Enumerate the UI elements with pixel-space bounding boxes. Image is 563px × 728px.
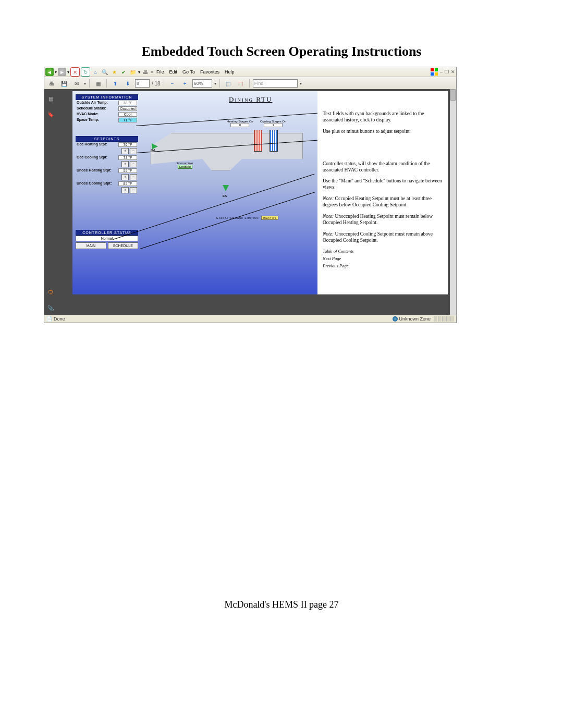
document-title: Embedded Touch Screen Operating Instruct… xyxy=(0,44,563,59)
history-icon[interactable]: ✔ xyxy=(119,68,128,76)
hvac-app: Dining RTU SYSTEM INFORMATION Outside Ai… xyxy=(72,91,317,294)
menu-goto[interactable]: Go To xyxy=(180,69,197,75)
pdf-find-input[interactable]: Find xyxy=(253,79,298,88)
pdf-scrollbar[interactable] xyxy=(450,89,456,315)
pdf-attach-icon[interactable]: 📎 xyxy=(46,304,55,312)
pdf-comments-icon[interactable]: 🗨 xyxy=(46,288,55,297)
pdf-thumbnails-icon[interactable]: ▤ xyxy=(46,94,55,103)
setpoint-label: Occ Heating Stpt: xyxy=(77,142,107,147)
controller-status-value: Normal xyxy=(76,236,138,241)
ie-done-icon: 📄 xyxy=(46,316,52,322)
sysinfo-label: Schedule Status: xyxy=(77,106,106,111)
pdf-viewport: ▤ 🔖 🗨 📎 Dining RTU SYSTEM INFORMATION Ou… xyxy=(44,89,456,315)
callout-note: Note: Occupied Heating Setpoint must be … xyxy=(323,196,444,208)
menu-favorites[interactable]: Favorites xyxy=(198,69,222,75)
pdf-email-icon[interactable]: ✉ xyxy=(71,78,82,89)
duct-diagram xyxy=(151,133,303,170)
search-icon[interactable]: 🔍 xyxy=(101,68,109,76)
cooling-stages-value: 1 xyxy=(264,123,283,127)
sysinfo-label: Space Temp: xyxy=(77,118,99,122)
link-next-page[interactable]: Next Page xyxy=(323,256,444,262)
sysinfo-label: HVAC Mode: xyxy=(77,112,99,117)
print-icon[interactable]: 🖶 xyxy=(141,68,150,76)
minus-button[interactable]: − xyxy=(130,174,137,180)
link-prev-page[interactable]: Previous Page xyxy=(323,263,444,269)
pdf-sidebar: ▤ 🔖 🗨 📎 xyxy=(44,89,57,315)
pdf-page-total: / 18 xyxy=(152,81,161,87)
close-icon[interactable]: ✕ xyxy=(451,69,455,75)
pdf-fit-icon[interactable]: ⬚ xyxy=(223,78,234,89)
callout-note: Note: Unoccupied Cooling Setpoint must r… xyxy=(323,231,444,244)
space-temp-value[interactable]: 71 °F xyxy=(118,118,137,122)
cooling-coil-icon xyxy=(270,130,278,152)
menu-edit[interactable]: Edit xyxy=(167,69,180,75)
forward-icon[interactable]: ► xyxy=(58,68,66,76)
mail-icon[interactable]: 📁 xyxy=(129,68,137,76)
setpoint-label: Unocc Cooling Stpt: xyxy=(77,181,112,186)
sysinfo-header: SYSTEM INFORMATION xyxy=(76,94,138,100)
sysinfo-value: Occupied xyxy=(118,106,137,111)
minus-button[interactable]: − xyxy=(130,161,137,167)
main-button[interactable]: MAIN xyxy=(76,242,106,249)
back-icon[interactable]: ◄ xyxy=(45,68,54,76)
status-grip xyxy=(434,316,454,322)
link-toc[interactable]: Table of Contents xyxy=(323,249,444,254)
callout-note: Note: Unoccupied Heating Setpoint must r… xyxy=(323,214,444,226)
zone-icon xyxy=(393,316,398,322)
screenshot-frame: ◄ ▾ ► ▾ ✕ ↻ ⌂ 🔍 ★ ✔ 📁 ▾ 🖶 » File Edit Go… xyxy=(44,67,457,323)
ea-label: EA xyxy=(223,194,227,198)
pdf-page-input[interactable]: 8 xyxy=(135,79,150,88)
pdf-zoom-input[interactable]: 60% xyxy=(192,79,212,88)
refresh-icon[interactable]: ↻ xyxy=(81,67,90,77)
sysinfo-value: Cool xyxy=(118,112,137,117)
ie-status-bar: 📄 Done Unknown Zone xyxy=(44,315,456,323)
sysinfo-label: Outside Air Temp: xyxy=(77,101,108,105)
plus-button[interactable]: + xyxy=(121,161,129,167)
pdf-bookmarks-icon[interactable]: 🔖 xyxy=(46,110,55,118)
controller-header: CONTROLLER STATUS xyxy=(76,230,138,236)
callout-text: Use the "Main" and "Schedule" buttons to… xyxy=(323,178,444,191)
pdf-save-icon[interactable]: 💾 xyxy=(59,78,69,89)
setpoint-value: 55 °F xyxy=(118,168,137,173)
plus-button[interactable]: + xyxy=(121,174,129,180)
setpoint-value: 85 °F xyxy=(118,181,137,186)
minus-button[interactable]: − xyxy=(130,187,137,193)
minus-button[interactable]: − xyxy=(130,148,137,154)
zone-text: Unknown Zone xyxy=(399,316,431,322)
callouts-panel: Text fields with cyan backgrounds are li… xyxy=(317,91,448,294)
ie-toolbar: ◄ ▾ ► ▾ ✕ ↻ ⌂ 🔍 ★ ✔ 📁 ▾ 🖶 » File Edit Go… xyxy=(44,67,456,77)
pdf-next-icon[interactable]: ⬇ xyxy=(123,78,133,89)
setpoints-header: SETPOINTS xyxy=(76,136,138,142)
setpoint-value: 73 °F xyxy=(118,155,137,160)
menu-file[interactable]: File xyxy=(154,69,166,75)
callout-text: Controller status, will show the alarm c… xyxy=(323,161,444,174)
menu-help[interactable]: Help xyxy=(223,69,237,75)
pdf-pages-icon[interactable]: ▦ xyxy=(93,78,103,89)
pdf-prev-icon[interactable]: ⬆ xyxy=(110,78,120,89)
edl-value: Inactive xyxy=(261,216,278,220)
pdf-toolbar: 🖶 💾 ✉▾ ▦ ⬆ ⬇ 8 / 18 − + 60%▾ ⬚ ⬚ Find▾ xyxy=(44,77,456,90)
plus-button[interactable]: + xyxy=(121,148,129,154)
setpoint-label: Unocc Heating Stpt: xyxy=(77,168,112,173)
minimize-icon[interactable]: – xyxy=(440,69,443,75)
document-footer: McDonald's HEMS II page 27 xyxy=(0,599,563,610)
home-icon[interactable]: ⌂ xyxy=(91,68,100,76)
windows-flag-icon xyxy=(431,68,438,76)
stop-icon[interactable]: ✕ xyxy=(70,67,80,77)
pdf-page: Dining RTU SYSTEM INFORMATION Outside Ai… xyxy=(72,91,448,294)
plus-button[interactable]: + xyxy=(121,187,129,193)
pdf-zoom-in-icon[interactable]: + xyxy=(180,78,190,89)
heating-coil-icon xyxy=(254,130,262,152)
pdf-print-icon[interactable]: 🖶 xyxy=(46,78,57,89)
sysinfo-value: 38 °F xyxy=(118,101,137,105)
favorites-icon[interactable]: ★ xyxy=(110,68,118,76)
economizer-value: Enabled xyxy=(178,165,192,169)
callout-text: Use plus or minus buttons to adjust setp… xyxy=(323,129,444,135)
pdf-fit2-icon[interactable]: ⬚ xyxy=(236,78,246,89)
callout-text: Text fields with cyan backgrounds are li… xyxy=(323,111,444,124)
setpoint-value: 70 °F xyxy=(118,142,137,147)
restore-icon[interactable]: ❐ xyxy=(445,69,449,75)
schedule-button[interactable]: SCHEDULE xyxy=(108,242,139,249)
pdf-zoom-out-icon[interactable]: − xyxy=(167,78,178,89)
area-title: Dining RTU xyxy=(229,95,272,104)
